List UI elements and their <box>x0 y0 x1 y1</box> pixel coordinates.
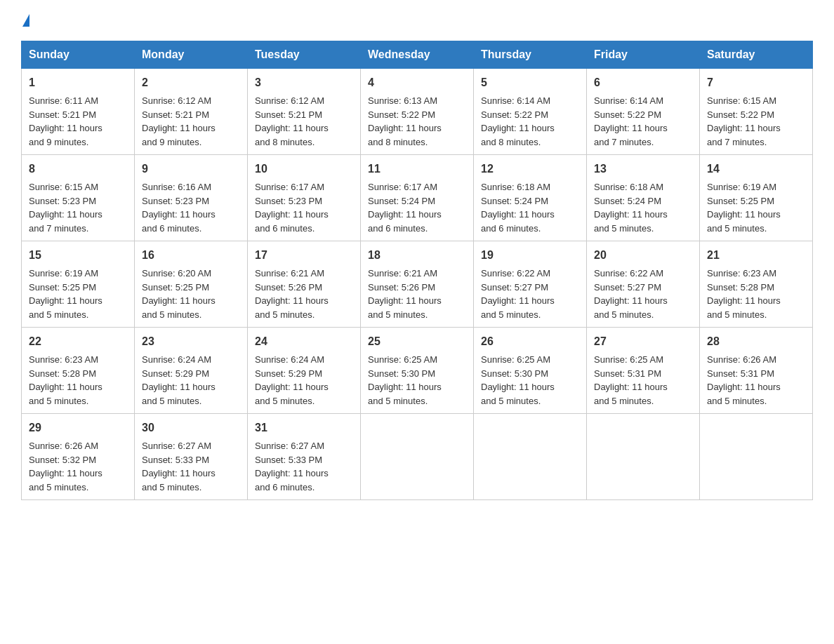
day-number: 8 <box>29 161 127 177</box>
day-info: Sunrise: 6:14 AMSunset: 5:22 PMDaylight:… <box>481 95 555 147</box>
day-info: Sunrise: 6:25 AMSunset: 5:31 PMDaylight:… <box>594 354 668 406</box>
calendar-cell: 9 Sunrise: 6:16 AMSunset: 5:23 PMDayligh… <box>135 155 248 241</box>
day-number: 6 <box>594 74 692 91</box>
day-number: 26 <box>481 333 579 350</box>
calendar-cell: 13 Sunrise: 6:18 AMSunset: 5:24 PMDaylig… <box>587 155 700 241</box>
calendar-cell <box>474 414 587 500</box>
calendar-cell: 2 Sunrise: 6:12 AMSunset: 5:21 PMDayligh… <box>135 69 248 155</box>
day-info: Sunrise: 6:22 AMSunset: 5:27 PMDaylight:… <box>594 268 668 320</box>
header-thursday: Thursday <box>474 41 587 69</box>
calendar-week-row: 29 Sunrise: 6:26 AMSunset: 5:32 PMDaylig… <box>22 414 813 500</box>
calendar-cell: 22 Sunrise: 6:23 AMSunset: 5:28 PMDaylig… <box>22 328 135 414</box>
day-number: 17 <box>255 247 353 264</box>
calendar-cell: 4 Sunrise: 6:13 AMSunset: 5:22 PMDayligh… <box>361 69 474 155</box>
day-number: 18 <box>368 247 466 264</box>
calendar-table: SundayMondayTuesdayWednesdayThursdayFrid… <box>21 41 813 500</box>
logo-triangle-icon <box>22 14 29 27</box>
day-number: 27 <box>594 333 692 350</box>
calendar-cell: 18 Sunrise: 6:21 AMSunset: 5:26 PMDaylig… <box>361 241 474 328</box>
calendar-cell: 24 Sunrise: 6:24 AMSunset: 5:29 PMDaylig… <box>248 328 361 414</box>
calendar-week-row: 1 Sunrise: 6:11 AMSunset: 5:21 PMDayligh… <box>22 69 813 155</box>
day-number: 30 <box>142 420 240 436</box>
day-number: 2 <box>142 74 240 91</box>
day-info: Sunrise: 6:12 AMSunset: 5:21 PMDaylight:… <box>142 95 216 147</box>
calendar-week-row: 8 Sunrise: 6:15 AMSunset: 5:23 PMDayligh… <box>22 155 813 241</box>
header-friday: Friday <box>587 41 700 69</box>
day-number: 5 <box>481 74 579 91</box>
day-info: Sunrise: 6:15 AMSunset: 5:22 PMDaylight:… <box>707 95 781 147</box>
calendar-cell: 17 Sunrise: 6:21 AMSunset: 5:26 PMDaylig… <box>248 241 361 328</box>
day-number: 9 <box>142 161 240 177</box>
day-info: Sunrise: 6:19 AMSunset: 5:25 PMDaylight:… <box>707 182 781 234</box>
day-info: Sunrise: 6:24 AMSunset: 5:29 PMDaylight:… <box>142 354 216 406</box>
day-number: 14 <box>707 161 805 177</box>
day-number: 13 <box>594 161 692 177</box>
day-number: 28 <box>707 333 805 350</box>
day-info: Sunrise: 6:21 AMSunset: 5:26 PMDaylight:… <box>255 268 329 320</box>
day-info: Sunrise: 6:14 AMSunset: 5:22 PMDaylight:… <box>594 95 668 147</box>
day-number: 21 <box>707 247 805 264</box>
day-number: 22 <box>29 333 127 350</box>
calendar-cell: 16 Sunrise: 6:20 AMSunset: 5:25 PMDaylig… <box>135 241 248 328</box>
header-sunday: Sunday <box>22 41 135 69</box>
day-number: 12 <box>481 161 579 177</box>
day-number: 31 <box>255 420 353 436</box>
day-info: Sunrise: 6:27 AMSunset: 5:33 PMDaylight:… <box>142 441 216 492</box>
day-info: Sunrise: 6:27 AMSunset: 5:33 PMDaylight:… <box>255 441 329 492</box>
calendar-cell: 3 Sunrise: 6:12 AMSunset: 5:21 PMDayligh… <box>248 69 361 155</box>
day-number: 15 <box>29 247 127 264</box>
calendar-header-row: SundayMondayTuesdayWednesdayThursdayFrid… <box>22 41 813 69</box>
day-number: 29 <box>29 420 127 436</box>
calendar-cell: 1 Sunrise: 6:11 AMSunset: 5:21 PMDayligh… <box>22 69 135 155</box>
calendar-cell: 6 Sunrise: 6:14 AMSunset: 5:22 PMDayligh… <box>587 69 700 155</box>
day-number: 19 <box>481 247 579 264</box>
day-info: Sunrise: 6:19 AMSunset: 5:25 PMDaylight:… <box>29 268 102 320</box>
day-info: Sunrise: 6:18 AMSunset: 5:24 PMDaylight:… <box>594 182 668 234</box>
calendar-cell: 23 Sunrise: 6:24 AMSunset: 5:29 PMDaylig… <box>135 328 248 414</box>
calendar-cell: 25 Sunrise: 6:25 AMSunset: 5:30 PMDaylig… <box>361 328 474 414</box>
calendar-cell: 12 Sunrise: 6:18 AMSunset: 5:24 PMDaylig… <box>474 155 587 241</box>
header-tuesday: Tuesday <box>248 41 361 69</box>
calendar-cell: 20 Sunrise: 6:22 AMSunset: 5:27 PMDaylig… <box>587 241 700 328</box>
day-info: Sunrise: 6:17 AMSunset: 5:24 PMDaylight:… <box>368 182 442 234</box>
day-info: Sunrise: 6:24 AMSunset: 5:29 PMDaylight:… <box>255 354 329 406</box>
calendar-cell <box>587 414 700 500</box>
calendar-cell: 10 Sunrise: 6:17 AMSunset: 5:23 PMDaylig… <box>248 155 361 241</box>
day-number: 1 <box>29 74 127 91</box>
day-info: Sunrise: 6:20 AMSunset: 5:25 PMDaylight:… <box>142 268 216 320</box>
day-info: Sunrise: 6:12 AMSunset: 5:21 PMDaylight:… <box>255 95 329 147</box>
day-info: Sunrise: 6:21 AMSunset: 5:26 PMDaylight:… <box>368 268 442 320</box>
day-info: Sunrise: 6:23 AMSunset: 5:28 PMDaylight:… <box>707 268 781 320</box>
calendar-cell: 31 Sunrise: 6:27 AMSunset: 5:33 PMDaylig… <box>248 414 361 500</box>
day-number: 3 <box>255 74 353 91</box>
calendar-cell: 15 Sunrise: 6:19 AMSunset: 5:25 PMDaylig… <box>22 241 135 328</box>
calendar-cell: 5 Sunrise: 6:14 AMSunset: 5:22 PMDayligh… <box>474 69 587 155</box>
day-number: 4 <box>368 74 466 91</box>
day-number: 16 <box>142 247 240 264</box>
calendar-cell: 28 Sunrise: 6:26 AMSunset: 5:31 PMDaylig… <box>700 328 813 414</box>
calendar-cell: 11 Sunrise: 6:17 AMSunset: 5:24 PMDaylig… <box>361 155 474 241</box>
calendar-week-row: 15 Sunrise: 6:19 AMSunset: 5:25 PMDaylig… <box>22 241 813 328</box>
day-info: Sunrise: 6:11 AMSunset: 5:21 PMDaylight:… <box>29 95 102 147</box>
calendar-cell: 21 Sunrise: 6:23 AMSunset: 5:28 PMDaylig… <box>700 241 813 328</box>
day-number: 25 <box>368 333 466 350</box>
day-info: Sunrise: 6:25 AMSunset: 5:30 PMDaylight:… <box>368 354 442 406</box>
day-info: Sunrise: 6:13 AMSunset: 5:22 PMDaylight:… <box>368 95 442 147</box>
day-number: 20 <box>594 247 692 264</box>
day-info: Sunrise: 6:26 AMSunset: 5:32 PMDaylight:… <box>29 441 102 492</box>
calendar-cell: 26 Sunrise: 6:25 AMSunset: 5:30 PMDaylig… <box>474 328 587 414</box>
day-info: Sunrise: 6:18 AMSunset: 5:24 PMDaylight:… <box>481 182 555 234</box>
calendar-cell: 30 Sunrise: 6:27 AMSunset: 5:33 PMDaylig… <box>135 414 248 500</box>
day-number: 24 <box>255 333 353 350</box>
day-info: Sunrise: 6:16 AMSunset: 5:23 PMDaylight:… <box>142 182 216 234</box>
header-wednesday: Wednesday <box>361 41 474 69</box>
day-info: Sunrise: 6:22 AMSunset: 5:27 PMDaylight:… <box>481 268 555 320</box>
calendar-cell <box>700 414 813 500</box>
day-info: Sunrise: 6:17 AMSunset: 5:23 PMDaylight:… <box>255 182 329 234</box>
calendar-cell: 14 Sunrise: 6:19 AMSunset: 5:25 PMDaylig… <box>700 155 813 241</box>
day-info: Sunrise: 6:25 AMSunset: 5:30 PMDaylight:… <box>481 354 555 406</box>
header-monday: Monday <box>135 41 248 69</box>
calendar-week-row: 22 Sunrise: 6:23 AMSunset: 5:28 PMDaylig… <box>22 328 813 414</box>
logo <box>21 14 29 27</box>
day-info: Sunrise: 6:15 AMSunset: 5:23 PMDaylight:… <box>29 182 102 234</box>
